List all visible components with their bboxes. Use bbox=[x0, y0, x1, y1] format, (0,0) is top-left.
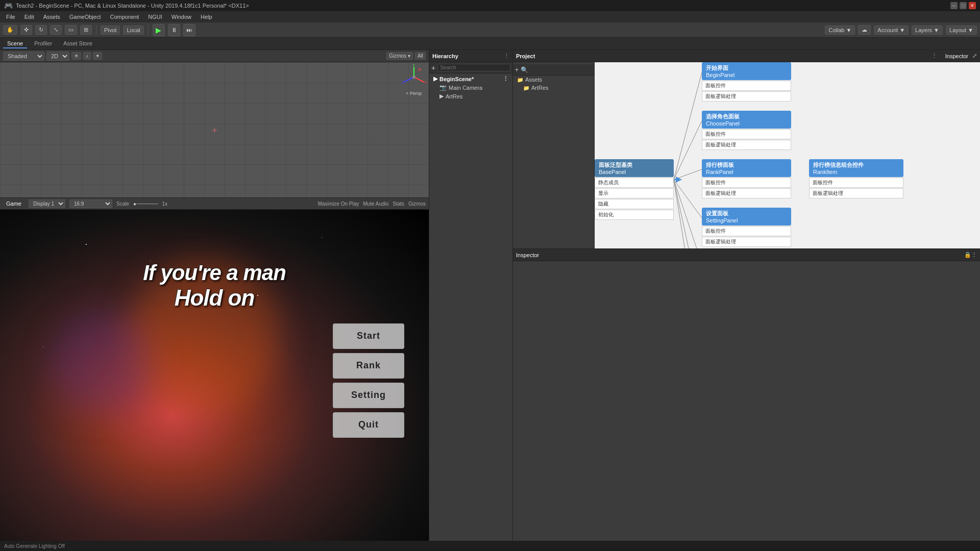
start-button[interactable]: Start bbox=[333, 323, 404, 349]
display-select[interactable]: Display 1 bbox=[29, 199, 65, 208]
aspect-select[interactable]: 16:9 Free Aspect bbox=[69, 199, 112, 208]
pause-button[interactable]: ⏸ bbox=[168, 24, 180, 36]
local-button[interactable]: Local bbox=[123, 26, 143, 35]
base-panel-member-4: 初始化 bbox=[595, 210, 674, 220]
project-add-btn[interactable]: + bbox=[515, 66, 519, 73]
rank-panel-title: 排行榜面板 bbox=[706, 161, 787, 169]
rotate-tool[interactable]: ↻ bbox=[35, 25, 47, 35]
tab-game[interactable]: Game bbox=[3, 199, 24, 208]
project-content: + 🔍 📁 Assets 📁 ArtRes bbox=[513, 62, 980, 248]
project-title: Project bbox=[516, 53, 535, 59]
folder-icon-artres: 📁 bbox=[523, 85, 529, 91]
separator-1 bbox=[96, 25, 96, 35]
rank-button[interactable]: Rank bbox=[333, 353, 404, 379]
title-bar: 🎮 Teach2 - BeginScene - PC, Mac & Linux … bbox=[0, 0, 980, 11]
inspector-expand[interactable]: ⤢ bbox=[972, 53, 977, 59]
project-search-btn[interactable]: 🔍 bbox=[521, 66, 528, 73]
dimension-select[interactable]: 2D 3D bbox=[46, 52, 69, 61]
gizmos-label[interactable]: Gizmos bbox=[389, 53, 406, 59]
cloud-button[interactable]: ☁ bbox=[858, 25, 871, 35]
tab-scene[interactable]: Scene bbox=[3, 39, 27, 48]
scene-crosshair bbox=[212, 128, 217, 133]
tree-item-assets[interactable]: 📁 Assets bbox=[513, 76, 594, 84]
menu-item-window[interactable]: Window bbox=[167, 13, 195, 21]
layout-button[interactable]: Layout ▼ bbox=[946, 26, 977, 35]
menu-item-assets[interactable]: Assets bbox=[39, 13, 64, 21]
tree-item-artres[interactable]: 📁 ArtRes bbox=[513, 84, 594, 92]
scale-slider[interactable]: ●────── bbox=[133, 201, 158, 207]
svg-point-6 bbox=[412, 76, 415, 79]
svg-line-4 bbox=[404, 77, 414, 82]
tab-profiler[interactable]: Profiler bbox=[30, 39, 56, 48]
account-button[interactable]: Account ▼ bbox=[874, 26, 909, 35]
svg-line-12 bbox=[674, 180, 702, 248]
folder-icon-assets: 📁 bbox=[517, 77, 523, 83]
close-button[interactable]: ✕ bbox=[969, 2, 976, 9]
choose-panel-title: 选择角色面板 bbox=[706, 113, 787, 120]
scale-tool[interactable]: ⤡ bbox=[50, 25, 62, 35]
minimize-button[interactable]: ─ bbox=[950, 2, 958, 9]
base-panel-subtitle: BasePanel bbox=[599, 169, 670, 175]
pivot-button[interactable]: Pivot bbox=[101, 26, 120, 35]
inspector-menu-btn[interactable]: ⋮ bbox=[971, 252, 977, 258]
tab-asset-store[interactable]: Asset Store bbox=[59, 39, 96, 48]
menu-item-file[interactable]: File bbox=[2, 13, 19, 21]
menu-item-help[interactable]: Help bbox=[197, 13, 216, 21]
game-title-line1: If you're a man bbox=[143, 261, 286, 285]
scale-label: Scale bbox=[116, 201, 129, 207]
game-title: If you're a man Hold on bbox=[143, 261, 286, 311]
rank-panel-subtitle: RankPanel bbox=[706, 169, 787, 175]
scene-audio-btn[interactable]: ♪ bbox=[83, 52, 91, 60]
hierarchy-menu-btn[interactable]: ⋮ bbox=[504, 53, 509, 59]
choose-panel-child-1: 面板控件 bbox=[702, 129, 791, 139]
menu-item-ngui[interactable]: NGUI bbox=[144, 13, 166, 21]
rank-panel-child-1: 面板控件 bbox=[702, 178, 791, 188]
project-menu-btn[interactable]: ⋮ bbox=[932, 53, 937, 59]
maximize-button[interactable]: □ bbox=[960, 2, 967, 9]
menu-item-component[interactable]: Component bbox=[106, 13, 143, 21]
setting-button[interactable]: Setting bbox=[333, 383, 404, 408]
inspector-tab-header[interactable]: Inspector bbox=[945, 53, 968, 59]
stats-btn[interactable]: Stats bbox=[393, 201, 404, 207]
transform-tool[interactable]: ⊞ bbox=[80, 25, 92, 35]
hierarchy-camera-label: Main Camera bbox=[449, 85, 482, 91]
tree-label-assets: Assets bbox=[525, 77, 542, 83]
tree-label-artres: ArtRes bbox=[531, 85, 549, 91]
hierarchy-search[interactable] bbox=[437, 64, 510, 71]
gizmos-game-btn[interactable]: Gizmos bbox=[408, 201, 426, 207]
artres-icon: ▶ bbox=[439, 93, 444, 99]
inspector-lock-btn[interactable]: 🔒 bbox=[964, 252, 971, 258]
menu-item-gameobject[interactable]: GameObject bbox=[65, 13, 105, 21]
svg-text:Y: Y bbox=[412, 64, 415, 67]
rank-panel-child-2: 面板逻辑处理 bbox=[702, 188, 791, 198]
rect-tool[interactable]: ▭ bbox=[65, 25, 77, 35]
move-tool[interactable]: ✜ bbox=[20, 25, 32, 35]
hierarchy-artres[interactable]: ▶ ArtRes bbox=[435, 92, 512, 101]
maximize-on-play-btn[interactable]: Maximize On Play bbox=[318, 201, 359, 207]
hierarchy-scene-root[interactable]: ▶ BeginScene* ⋮ bbox=[429, 74, 512, 83]
rank-item-node: 排行榜信息组合控件 RankItem 面板控件 面板逻辑处理 bbox=[809, 159, 903, 198]
shading-mode-select[interactable]: Shaded Wireframe bbox=[3, 52, 44, 61]
begin-panel-subtitle: BeginPanel bbox=[706, 72, 787, 78]
base-panel-member-2: 显示 bbox=[595, 188, 674, 198]
inspector-header: Inspector 🔒 ⋮ bbox=[513, 249, 980, 261]
hierarchy-main-camera[interactable]: 📷 Main Camera bbox=[435, 83, 512, 92]
scene-light-btn[interactable]: ☀ bbox=[71, 52, 81, 60]
hand-tool[interactable]: ✋ bbox=[3, 25, 17, 35]
scene-cam-btn[interactable]: Gizmos ▾ bbox=[386, 52, 413, 60]
quit-button[interactable]: Quit bbox=[333, 412, 404, 438]
hierarchy-add-btn[interactable]: + bbox=[431, 64, 435, 72]
hierarchy-scene-menu[interactable]: ⋮ bbox=[503, 76, 508, 82]
layers-button[interactable]: Layers ▼ bbox=[912, 26, 943, 35]
app-icon: 🎮 bbox=[4, 2, 13, 10]
mute-audio-btn[interactable]: Mute Audio bbox=[363, 201, 388, 207]
choose-panel-subtitle: ChoosePanel bbox=[706, 120, 787, 127]
menu-item-edit[interactable]: Edit bbox=[20, 13, 38, 21]
collab-button[interactable]: Collab ▼ bbox=[825, 26, 855, 35]
scene-view: Y X Z ✕ < Persp bbox=[0, 62, 429, 197]
scene-all-btn[interactable]: All bbox=[415, 52, 426, 60]
step-button[interactable]: ⏭ bbox=[183, 24, 195, 36]
camera-icon: 📷 bbox=[439, 84, 447, 91]
play-button[interactable]: ▶ bbox=[153, 24, 165, 36]
scene-fx-btn[interactable]: ✦ bbox=[93, 52, 102, 60]
